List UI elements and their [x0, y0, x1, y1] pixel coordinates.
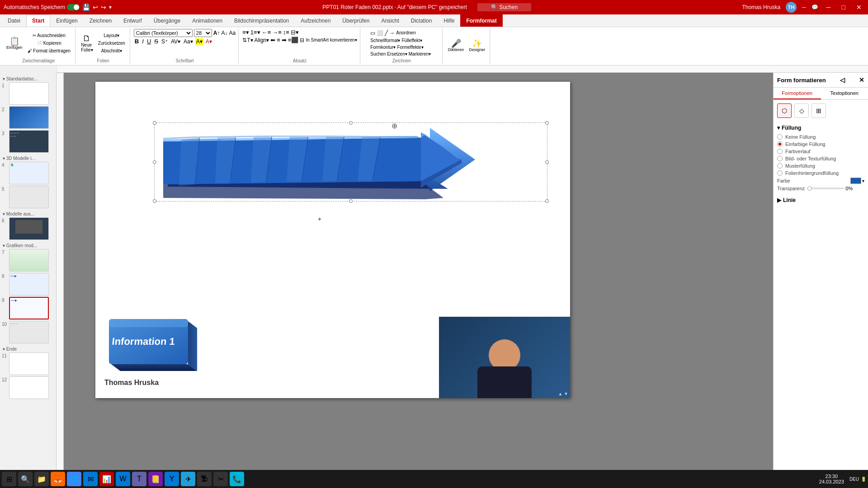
bulletlist-btn[interactable]: ≡▾ [242, 29, 249, 36]
onenote-btn[interactable]: 📒 [148, 472, 163, 486]
tab-formoptionen[interactable]: Formoptionen [774, 88, 821, 99]
slide-thumb-2[interactable]: 2 [2, 106, 54, 129]
handle-tr[interactable] [545, 121, 549, 125]
yammer-btn[interactable]: Y [165, 472, 179, 486]
radio-bild-textur[interactable] [777, 156, 783, 161]
dictate-btn[interactable]: 🎤 Diktieren [446, 38, 466, 53]
tab-animationen[interactable]: Animationen [186, 14, 228, 27]
text-direction-btn[interactable]: ⇅T▾ [242, 37, 253, 43]
tab-uberprufen[interactable]: Überprüfen [336, 14, 375, 27]
italic-btn[interactable]: I [141, 38, 145, 45]
autosave-toggle[interactable]: Automatisches Speichern [4, 4, 80, 10]
maximize-btn[interactable]: □ [839, 4, 848, 11]
cut-btn[interactable]: ✂ Ausschneiden [26, 32, 73, 39]
minimize-btn[interactable]: ─ [824, 4, 834, 11]
align-right-btn[interactable]: ➡ [282, 37, 287, 43]
text-align-btn[interactable]: Align▾ [255, 37, 269, 43]
highlight-btn[interactable]: A▾ [195, 38, 203, 45]
fontcolor-btn[interactable]: A▾ [205, 38, 213, 45]
powerpoint-btn[interactable]: 📊 [99, 472, 114, 486]
radio-keine-fullung[interactable] [777, 134, 783, 140]
fill-line-icon-btn[interactable]: ⬡ [777, 103, 792, 118]
tab-aufzeichnen[interactable]: Aufzeichnen [295, 14, 336, 27]
paste-btn[interactable]: 📋 Einfügen [5, 36, 24, 51]
search-bar[interactable]: 🔍 Suchen [477, 3, 531, 11]
align-center-btn[interactable]: ≡ [277, 37, 280, 43]
start-btn[interactable]: ⊞ [2, 472, 16, 486]
radio-farbverlauf[interactable] [777, 149, 783, 154]
tab-entwurf[interactable]: Entwurf [118, 14, 148, 27]
save-icon[interactable]: 💾 [82, 4, 90, 11]
mail-btn[interactable]: ✉ [83, 472, 98, 486]
option-einfarbige-fullung[interactable]: Einfarbige Füllung [777, 141, 864, 147]
increase-font-btn[interactable]: A↑ [213, 30, 220, 36]
close-btn[interactable]: ✕ [854, 4, 864, 11]
panel-close-btn[interactable]: ✕ [859, 76, 864, 84]
slide-thumb-5[interactable]: 5 [2, 186, 54, 208]
tab-hilfe[interactable]: Hilfe [438, 14, 460, 27]
radio-einfarbige-fullung[interactable] [777, 141, 783, 147]
teams-btn[interactable]: T [132, 472, 146, 486]
shape-effect-btn[interactable]: Formeffekte▾ [396, 44, 424, 50]
option-muster[interactable]: Musterfüllung [777, 163, 864, 169]
columns-btn[interactable]: ⊟▾ [291, 29, 299, 36]
group-grafiken-mod[interactable]: ▾ Grafiken mod... [2, 241, 54, 249]
arrange-btn[interactable]: Anordnen [396, 30, 416, 36]
radio-folienhintergrund[interactable] [777, 170, 783, 176]
comments-icon[interactable]: 💬 [811, 4, 818, 10]
option-keine-fullung[interactable]: Keine Füllung [777, 134, 864, 140]
tab-bildschirm[interactable]: Bildschirmpräsentation [228, 14, 295, 27]
slide-thumb-3[interactable]: 3 ─ ─ ── ─ [2, 130, 54, 153]
transparenz-slider[interactable]: 0% [807, 186, 853, 191]
ribbon-toggle[interactable]: ─ [802, 4, 806, 10]
tab-textoptionen[interactable]: Textoptionen [821, 88, 868, 99]
tab-ansicht[interactable]: Ansicht [375, 14, 405, 27]
format-painter-btn[interactable]: 🖌 Format übertragen [26, 47, 73, 54]
search-btn[interactable]: 🔍 [18, 472, 33, 486]
replace-btn[interactable]: Ersetzen▾ [387, 51, 407, 57]
option-farbverlauf[interactable]: Farbverlauf [777, 149, 864, 154]
option-bild-textur[interactable]: Bild- oder Texturfüllung [777, 156, 864, 161]
snip-btn[interactable]: ✂ [213, 472, 228, 486]
decindent-btn[interactable]: ←≡ [262, 29, 271, 36]
slide-thumb-11[interactable]: 11 [2, 352, 54, 375]
zurucksetzen-btn[interactable]: Zurücksetzen [96, 40, 127, 47]
tab-start[interactable]: Start [26, 14, 50, 27]
group-modelle-aus[interactable]: ▾ Modelle aus... [2, 210, 54, 217]
bold-btn[interactable]: B [134, 38, 140, 45]
font-size-select[interactable]: 28 [194, 29, 212, 37]
charcase-btn[interactable]: Aa▾ [183, 38, 194, 45]
incindent-btn[interactable]: →≡ [272, 29, 282, 36]
slide-thumb-10[interactable]: 10 ─ ─ ─ [2, 321, 54, 343]
tab-einfugen[interactable]: Einfügen [50, 14, 83, 27]
panel-collapse-btn[interactable]: ◁ [840, 76, 845, 84]
align-left-btn[interactable]: ⬅ [270, 37, 275, 43]
phone-btn[interactable]: 📞 [230, 472, 244, 486]
clear-format-btn[interactable]: Aa [229, 30, 236, 36]
undo-icon[interactable]: ↩ [93, 4, 98, 11]
group-ende[interactable]: ▾ Ende [2, 345, 54, 352]
shape-line[interactable]: ╱ [384, 29, 388, 37]
radio-muster[interactable] [777, 163, 783, 169]
group-standardabsc[interactable]: ▾ Standardabsc... [2, 75, 54, 82]
tab-datei[interactable]: Datei [2, 14, 26, 27]
more-icon[interactable]: ▾ [109, 4, 112, 10]
shape-fill-btn[interactable]: Fülleffekt▾ [401, 38, 422, 43]
slide-thumb-1[interactable]: 1 [2, 82, 54, 105]
telegram-btn[interactable]: ✈ [181, 472, 195, 486]
word-btn[interactable]: W [116, 472, 130, 486]
font-family-select[interactable]: Calibri (Textkörper) [134, 29, 193, 37]
textshadow-btn[interactable]: S⁺ [160, 38, 169, 45]
scroll-down-btn[interactable]: ▼ [564, 391, 568, 396]
slide-thumb-8[interactable]: 8 ══▶ [2, 273, 54, 296]
slide-thumb-4[interactable]: 4 🐉 [2, 162, 54, 184]
effects-icon-btn[interactable]: ◇ [794, 103, 809, 118]
farbe-picker[interactable]: ▾ [850, 178, 864, 184]
charspacing-btn[interactable]: AV▾ [170, 38, 181, 45]
find-btn[interactable]: Suchen [370, 51, 386, 57]
copy-btn[interactable]: 📄 Kopieren [26, 40, 73, 47]
designer-btn[interactable]: ✨ Designer [467, 38, 487, 53]
shape-rect[interactable]: ▭ [370, 29, 376, 37]
layout-icon-btn[interactable]: ⊞ [811, 103, 826, 118]
slide-thumb-9[interactable]: 9 ══▶ [2, 297, 54, 319]
